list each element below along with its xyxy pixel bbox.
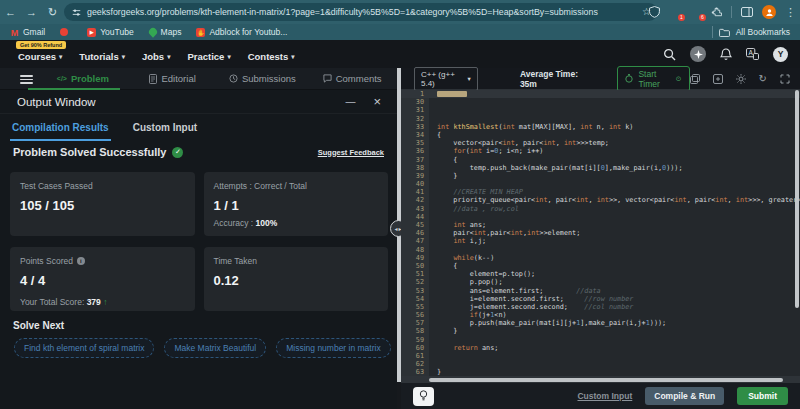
bookmark-label: Adblock for Youtub... <box>209 27 287 37</box>
code-line: 41 //CREATE MIN HEAP <box>401 188 800 196</box>
start-timer-button[interactable]: Start Timer ⊙ <box>617 66 689 92</box>
bookmark-adblock[interactable]: ✋ Adblock for Youtub... <box>196 27 287 37</box>
code-brackets-icon: </> <box>57 75 67 82</box>
menu-courses[interactable]: Courses▾ <box>18 51 62 62</box>
translate-icon[interactable]: A <box>746 48 759 60</box>
menu-tutorials[interactable]: Tutorials▾ <box>79 51 125 62</box>
compile-run-button[interactable]: Compile & Run <box>645 387 724 405</box>
pill-matrix-beautiful[interactable]: Make Matrix Beautiful <box>164 338 266 358</box>
tab-comments[interactable]: Comments <box>307 73 397 84</box>
tab-submissions[interactable]: Submissions <box>218 73 308 84</box>
add-snippet-icon[interactable] <box>713 74 723 84</box>
tab-label: Comments <box>336 73 382 84</box>
menu-practice[interactable]: Practice▾ <box>187 51 230 62</box>
start-timer-label: Start Timer <box>638 69 670 89</box>
red-dot-icon <box>60 28 68 36</box>
address-bar[interactable]: geeksforgeeks.org/problems/kth-element-i… <box>64 3 658 21</box>
youtube-icon: ▶ <box>87 28 96 37</box>
minimize-icon[interactable]: — <box>345 96 355 107</box>
url-text: geeksforgeeks.org/problems/kth-element-i… <box>87 7 598 17</box>
vertical-scrollbar[interactable] <box>795 90 799 308</box>
copy-code-icon[interactable] <box>690 74 700 84</box>
code-line: 38 temp.push_back(make_pair(mat[i][0],ma… <box>401 164 800 172</box>
code-editor-panel: C++ (g++ 5.4) ▾ Average Time: 35m Start … <box>401 68 800 409</box>
horizontal-scrollbar[interactable] <box>429 378 783 382</box>
more-menu-icon[interactable]: ⋮ <box>785 6 795 19</box>
folder-icon <box>719 28 730 37</box>
extension-icon-2[interactable]: 6 <box>690 6 702 18</box>
chevron-down-icon: ▾ <box>167 53 170 61</box>
settings-gear-icon[interactable] <box>736 74 746 84</box>
card-attempts: Attempts : Correct / Total 1 / 1 Accurac… <box>204 172 389 236</box>
pill-missing-number[interactable]: Missing number in matrix <box>276 338 390 358</box>
pill-spiral-matrix[interactable]: Find kth element of spiral matrix <box>14 338 154 358</box>
hint-lightbulb-icon[interactable] <box>413 387 434 406</box>
menu-jobs[interactable]: Jobs▾ <box>142 51 170 62</box>
tab-compilation-results[interactable]: Compilation Results <box>10 116 111 141</box>
tab-problem[interactable]: </> Problem <box>38 73 128 84</box>
reload-icon[interactable]: ↻ <box>42 6 63 19</box>
info-icon[interactable]: i <box>77 257 85 265</box>
premium-sparkle-icon[interactable] <box>690 46 706 62</box>
editor-footer: Custom Input Compile & Run Submit <box>401 383 800 409</box>
card-points: Points Scored i 4 / 4 Your Total Score: … <box>10 247 195 311</box>
back-icon[interactable]: ← <box>0 6 21 18</box>
side-panel-icon[interactable] <box>741 7 753 17</box>
success-check-icon: ✓ <box>172 147 183 158</box>
card-label: Test Cases Passed <box>20 181 185 191</box>
folded-code-icon[interactable] <box>437 91 467 97</box>
all-bookmarks-button[interactable]: All Bookmarks <box>712 26 790 38</box>
card-label: Time Taken <box>214 256 379 266</box>
hamburger-menu-icon[interactable] <box>20 75 33 86</box>
menu-label: Jobs <box>142 51 164 62</box>
user-avatar[interactable]: Y <box>773 47 788 62</box>
code-line: 57 p.push(make_pair(mat[i][j+1],make_pai… <box>401 319 800 327</box>
submit-button[interactable]: Submit <box>737 387 788 405</box>
document-icon <box>149 74 157 84</box>
promo-badge[interactable]: Get 90% Refund <box>16 41 66 49</box>
code-editor[interactable]: 130313233int kthSmallest(int mat[MAX][MA… <box>401 90 800 376</box>
bookmark-label: Maps <box>161 27 182 37</box>
code-lines: 130313233int kthSmallest(int mat[MAX][MA… <box>401 90 800 376</box>
extension-icon-1[interactable]: 1 <box>669 6 681 18</box>
menu-label: Tutorials <box>79 51 118 62</box>
code-line: 39 } <box>401 172 800 180</box>
notifications-bell-icon[interactable] <box>720 48 732 61</box>
extensions-puzzle-icon[interactable] <box>711 7 722 18</box>
output-window-header: Output Window — × <box>0 90 397 114</box>
custom-input-link[interactable]: Custom Input <box>577 391 632 401</box>
menu-label: Courses <box>18 51 56 62</box>
menu-contests[interactable]: Contests▾ <box>248 51 295 62</box>
fullscreen-icon[interactable] <box>780 74 790 84</box>
reset-code-icon[interactable]: ↻ <box>759 74 767 84</box>
tab-editorial[interactable]: Editorial <box>128 73 218 84</box>
code-line: 37 { <box>401 156 800 164</box>
chevron-down-icon: ▾ <box>291 53 294 61</box>
tune-icon[interactable] <box>72 8 81 17</box>
tab-custom-input[interactable]: Custom Input <box>131 116 199 141</box>
solve-next-title: Solve Next <box>13 320 64 331</box>
code-line: 50 { <box>401 262 800 270</box>
card-time-taken: Time Taken 0.12 <box>204 247 389 311</box>
code-line: 43 //data , row,col <box>401 205 800 213</box>
toolbar-separator <box>731 6 732 18</box>
close-icon[interactable]: × <box>373 94 381 109</box>
language-label: C++ (g++ 5.4) <box>421 70 463 88</box>
bookmark-favicon-only[interactable] <box>60 28 72 36</box>
bookmark-maps[interactable]: Maps <box>149 27 182 37</box>
average-time-label: Average Time: 35m <box>520 69 587 89</box>
tab-label: Problem <box>71 73 109 84</box>
shield-icon[interactable] <box>649 6 660 18</box>
profile-avatar-icon[interactable] <box>762 5 776 19</box>
bookmark-youtube[interactable]: ▶ YouTube <box>87 27 133 37</box>
code-line: 63} <box>401 368 800 376</box>
svg-text:A: A <box>748 49 753 56</box>
main-menu: Courses▾ Tutorials▾ Jobs▾ Practice▾ Cont… <box>18 51 295 62</box>
suggest-feedback-link[interactable]: Suggest Feedback <box>318 148 384 157</box>
forward-icon[interactable]: → <box>21 6 42 18</box>
language-select[interactable]: C++ (g++ 5.4) ▾ <box>414 67 478 91</box>
search-icon[interactable] <box>663 48 676 61</box>
bookmark-gmail[interactable]: M Gmail <box>10 27 45 37</box>
comment-bubble-icon <box>323 74 332 83</box>
problem-panel: </> Problem Editorial Submissions Commen… <box>0 68 397 409</box>
